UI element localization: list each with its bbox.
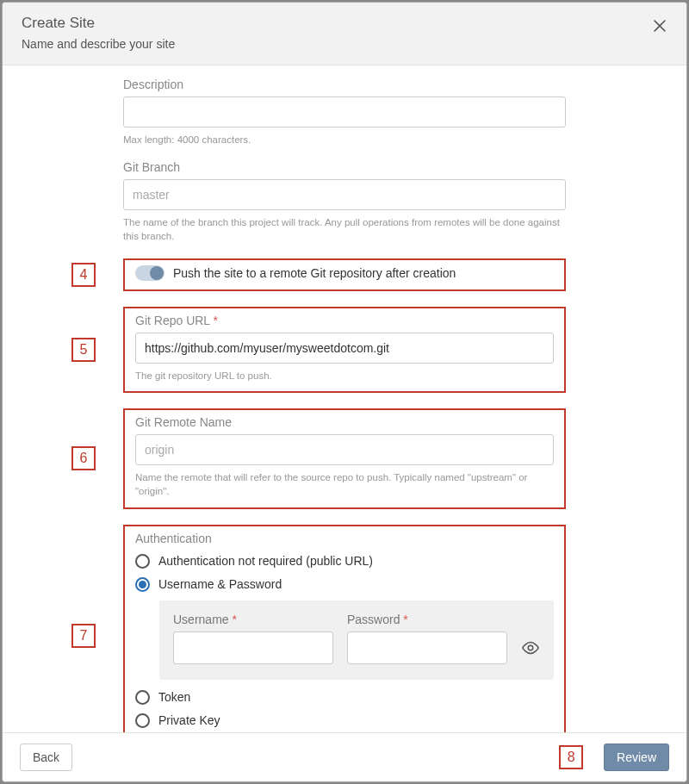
close-icon[interactable] (652, 18, 667, 34)
description-help: Max length: 4000 characters. (123, 133, 566, 146)
footer-right: 8 Review (559, 744, 669, 771)
callout-4: 4 (71, 263, 96, 287)
auth-option-userpass[interactable]: Username & Password (135, 577, 554, 592)
git-repo-url-label-text: Git Repo URL (135, 314, 210, 327)
auth-option-userpass-label: Username & Password (158, 577, 282, 591)
required-asterisk: * (400, 613, 407, 626)
auth-option-token-label: Token (158, 690, 190, 704)
create-site-modal: Create Site Name and describe your site … (2, 2, 687, 782)
git-branch-help: The name of the branch this project will… (123, 215, 566, 243)
password-label: Password * (347, 613, 507, 626)
modal-subtitle: Name and describe your site (22, 37, 667, 51)
modal-footer: Back 8 Review (3, 732, 686, 781)
git-remote-name-row: 6 Git Remote Name Name the remote that w… (123, 408, 566, 508)
git-repo-url-anno: Git Repo URL * The git repository URL to… (123, 307, 566, 393)
required-asterisk: * (229, 613, 237, 626)
review-button[interactable]: Review (604, 744, 669, 771)
password-input[interactable] (347, 632, 507, 664)
description-label: Description (123, 78, 566, 91)
password-label-text: Password (347, 613, 400, 626)
push-toggle-anno: Push the site to a remote Git repository… (123, 258, 566, 291)
push-toggle-container: Push the site to a remote Git repository… (135, 265, 554, 281)
toggle-knob (150, 266, 164, 280)
callout-5: 5 (71, 338, 96, 362)
push-toggle-row: 4 Push the site to a remote Git reposito… (123, 258, 566, 291)
auth-row: 7 Authentication Authentication not requ… (123, 525, 566, 732)
radio-icon (135, 554, 150, 569)
description-input[interactable] (123, 96, 566, 128)
username-label: Username * (173, 613, 333, 626)
auth-option-none-label: Authentication not required (public URL) (158, 554, 373, 568)
back-button[interactable]: Back (20, 744, 72, 771)
git-remote-name-anno: Git Remote Name Name the remote that wil… (123, 408, 566, 508)
modal-title: Create Site (22, 15, 667, 32)
radio-icon (135, 690, 150, 705)
callout-8: 8 (559, 745, 583, 769)
git-branch-input[interactable] (123, 179, 566, 210)
auth-label: Authentication (135, 532, 554, 545)
git-repo-url-label: Git Repo URL * (135, 314, 554, 327)
auth-option-privatekey[interactable]: Private Key (135, 713, 554, 728)
username-label-text: Username (173, 613, 229, 626)
callout-6: 6 (71, 446, 96, 470)
git-remote-name-label: Git Remote Name (135, 415, 554, 429)
description-section: Description Max length: 4000 characters. (123, 78, 566, 146)
modal-body: Description Max length: 4000 characters.… (3, 65, 686, 732)
git-repo-url-row: 5 Git Repo URL * The git repository URL … (123, 307, 566, 393)
password-col: Password * (347, 613, 507, 664)
username-input[interactable] (173, 632, 333, 664)
push-toggle[interactable] (135, 265, 164, 281)
auth-option-privatekey-label: Private Key (158, 713, 220, 727)
svg-point-0 (528, 645, 533, 650)
username-col: Username * (173, 613, 333, 664)
git-branch-section: Git Branch The name of the branch this p… (123, 160, 566, 243)
git-remote-name-help: Name the remote that will refer to the s… (135, 470, 554, 498)
auth-option-none[interactable]: Authentication not required (public URL) (135, 554, 554, 569)
git-repo-url-help: The git repository URL to push. (135, 369, 554, 383)
radio-icon (135, 577, 150, 592)
radio-icon (135, 713, 150, 728)
push-toggle-label: Push the site to a remote Git repository… (173, 266, 456, 280)
git-branch-label: Git Branch (123, 160, 566, 174)
callout-7: 7 (71, 624, 96, 648)
form-area: Description Max length: 4000 characters.… (123, 78, 566, 732)
required-asterisk: * (210, 314, 218, 327)
credentials-panel: Username * Password * (159, 600, 554, 680)
eye-icon[interactable] (521, 638, 540, 657)
auth-radio-group: Authentication not required (public URL)… (135, 554, 554, 728)
auth-option-token[interactable]: Token (135, 690, 554, 705)
modal-header: Create Site Name and describe your site (3, 3, 686, 65)
auth-anno: Authentication Authentication not requir… (123, 525, 566, 732)
git-remote-name-input[interactable] (135, 434, 554, 465)
git-repo-url-input[interactable] (135, 333, 554, 364)
